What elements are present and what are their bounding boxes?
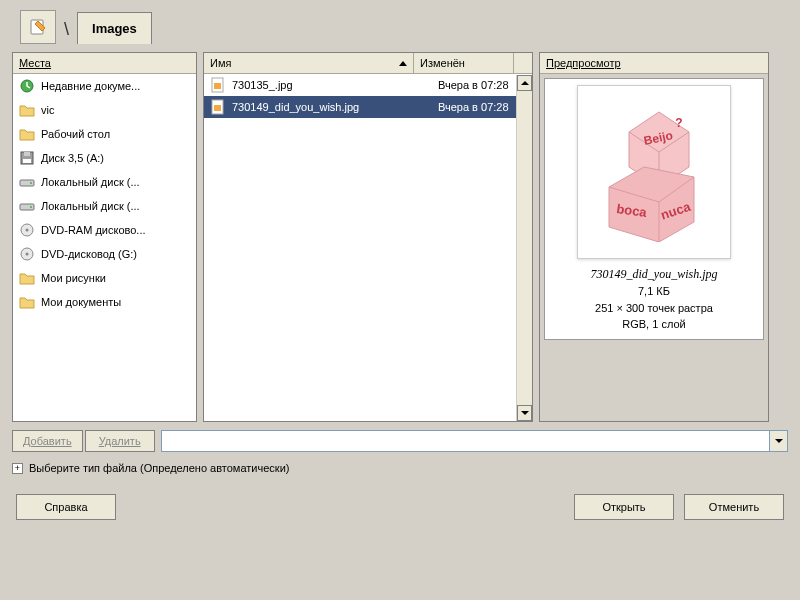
folder-icon [19,102,35,118]
combo-arrow-icon[interactable] [769,431,787,451]
place-item[interactable]: Локальный диск (... [13,170,196,194]
file-row[interactable]: 730135_.jpgВчера в 07:28 [204,74,532,96]
scroll-down-button[interactable] [517,405,532,421]
image-file-icon [210,99,226,115]
optical-icon [19,246,35,262]
image-file-icon [210,77,226,93]
place-label: Диск 3,5 (A:) [41,152,104,164]
svg-point-8 [30,206,32,208]
svg-point-6 [30,182,32,184]
place-label: Рабочий стол [41,128,110,140]
place-label: Мои рисунки [41,272,106,284]
file-row[interactable]: 730149_did_you_wish.jpgВчера в 07:28 [204,96,532,118]
place-item[interactable]: Диск 3,5 (A:) [13,146,196,170]
add-button: Добавить [12,430,83,452]
sort-arrow-icon [399,61,407,66]
place-item[interactable]: Рабочий стол [13,122,196,146]
file-name: 730149_did_you_wish.jpg [232,101,359,113]
delete-button: Удалить [85,430,155,452]
place-item[interactable]: Недавние докуме... [13,74,196,98]
place-item[interactable]: DVD-RAM дисково... [13,218,196,242]
svg-rect-14 [214,83,221,89]
place-label: vic [41,104,54,116]
cancel-button[interactable]: Отменить [684,494,784,520]
place-item[interactable]: Локальный диск (... [13,194,196,218]
filetype-label: Выберите тип файла (Определено автоматич… [29,462,289,474]
svg-text:?: ? [675,116,682,130]
preview-dimensions: 251 × 300 точек растра [590,300,717,317]
place-item[interactable]: Мои рисунки [13,266,196,290]
recent-icon [19,78,35,94]
svg-rect-16 [214,105,221,111]
folder-icon [19,126,35,142]
places-header: Места [13,53,196,74]
open-button[interactable]: Открыть [574,494,674,520]
place-item[interactable]: DVD-дисковод (G:) [13,242,196,266]
file-name: 730135_.jpg [232,79,293,91]
scroll-up-button[interactable] [517,75,532,91]
preview-header: Предпросмотр [540,53,768,74]
column-name-label: Имя [210,57,231,69]
place-item[interactable]: Мои документы [13,290,196,314]
place-item[interactable]: vic [13,98,196,122]
folder-icon [19,270,35,286]
place-label: DVD-дисковод (G:) [41,248,137,260]
preview-thumbnail-frame: Beijo ? boca nuca [577,85,731,259]
column-scroll-spacer [514,53,532,73]
preview-size: 7,1 КБ [590,283,717,300]
place-label: Локальный диск (... [41,176,140,188]
svg-rect-4 [23,159,31,163]
places-panel: Места Недавние докуме...vicРабочий столД… [12,52,197,422]
drive-icon [19,198,35,214]
files-scrollbar[interactable] [516,75,532,421]
column-name[interactable]: Имя [204,53,414,73]
drive-icon [19,174,35,190]
help-button[interactable]: Справка [16,494,116,520]
preview-thumbnail: Beijo ? boca nuca [584,92,724,252]
tab-images[interactable]: Images [77,12,152,44]
place-label: Недавние докуме... [41,80,140,92]
preview-mode: RGB, 1 слой [590,316,717,333]
folder-icon [19,294,35,310]
preview-panel: Предпросмотр Beijo ? [539,52,769,422]
svg-rect-3 [24,152,30,156]
expand-filetype-button[interactable]: + [12,463,23,474]
column-modified-label: Изменён [420,57,465,69]
filename-combo[interactable] [161,430,788,452]
preview-filename: 730149_did_you_wish.jpg [590,265,717,283]
floppy-icon [19,150,35,166]
files-panel: Имя Изменён 730135_.jpgВчера в 07:287301… [203,52,533,422]
column-modified[interactable]: Изменён [414,53,514,73]
edit-button[interactable] [20,10,56,44]
place-label: Локальный диск (... [41,200,140,212]
place-label: DVD-RAM дисково... [41,224,146,236]
place-label: Мои документы [41,296,121,308]
svg-point-10 [26,229,29,232]
optical-icon [19,222,35,238]
svg-point-12 [26,253,29,256]
path-separator: \ [64,19,69,40]
